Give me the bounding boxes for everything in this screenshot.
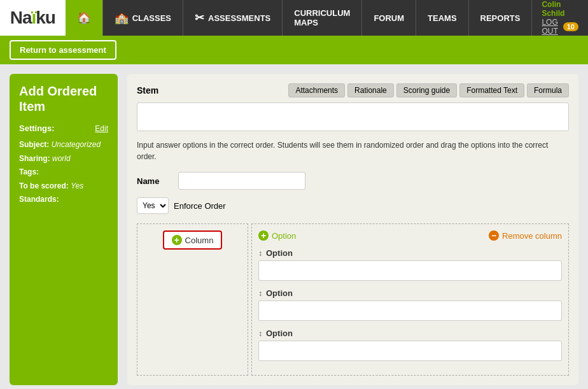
name-input[interactable] [178,172,305,190]
enforce-order-select[interactable]: Yes No [137,197,169,214]
tab-rationale[interactable]: Rationale [347,83,394,97]
plus-option-icon: + [258,230,269,241]
nav-items: 🏠 🏫 CLASSES ✂ ASSESSMENTS CURRICULUM MAP… [66,0,533,36]
standards-label: Standards: [19,195,59,204]
drag-handle-icon-2[interactable]: ↕ [258,289,262,298]
nav-item-curriculum-maps[interactable]: CURRICULUM MAPS [283,0,362,36]
classes-icon: 🏫 [115,11,129,25]
stem-tabs: Attachments Rationale Scoring guide Form… [288,83,569,97]
assessments-icon: ✂ [195,11,204,25]
sharing-value: world [52,154,71,163]
tab-attachments[interactable]: Attachments [288,83,345,97]
settings-label: Settings: [19,124,55,133]
logout-button[interactable]: LOG OUT [542,18,557,36]
content-area: Stem Attachments Rationale Scoring guide… [127,74,578,385]
option-block-3: ↕ Option [258,329,562,361]
tab-formula[interactable]: Formula [527,83,569,97]
main-layout: Add Ordered Item Settings: Edit Subject:… [0,64,588,389]
add-option-label: Option [272,231,296,241]
nav-item-home[interactable]: 🏠 [66,0,103,36]
scored-label: To be scored: [19,181,69,190]
logo[interactable]: Naïku [0,0,66,36]
instructions-text: Input answer options in the correct orde… [137,139,569,162]
option-label-3: Option [266,329,293,338]
sharing-label: Sharing: [19,154,50,163]
subject-value: Uncategorized [52,140,101,149]
enforce-order-row: Yes No Enforce Order [137,197,569,214]
sidebar-info: Subject: Uncategorized Sharing: world Ta… [19,138,108,207]
add-column-label: Column [185,236,214,245]
scored-value: Yes [71,181,83,190]
minus-icon: − [489,230,499,241]
user-name: Colin Schild [542,0,578,18]
stem-label: Stem [137,85,162,95]
remove-column-label: Remove column [502,231,562,241]
nav-label-classes: CLASSES [132,13,171,23]
tab-formatted-text[interactable]: Formatted Text [459,83,524,97]
left-column: + Column [137,223,248,376]
sidebar: Add Ordered Item Settings: Edit Subject:… [10,74,118,385]
option-block-2: ↕ Option [258,288,562,321]
plus-icon: + [172,235,182,245]
add-option-row: + Option − Remove column [258,230,562,241]
notification-badge[interactable]: 10 [563,22,578,31]
option-input-3[interactable] [258,341,562,361]
enforce-order-label: Enforce Order [174,201,226,211]
option-label-2: Option [266,288,293,298]
nav-label-assessments: ASSESSMENTS [208,13,270,23]
nav-label-curriculum-maps: CURRICULUM MAPS [294,8,350,27]
option-input-2[interactable] [258,301,562,321]
tags-label: Tags: [19,167,39,176]
name-row: Name [137,172,569,190]
right-column: + Option − Remove column ↕ Option [251,223,569,376]
nav-item-assessments[interactable]: ✂ ASSESSMENTS [183,0,283,36]
return-to-assessment-button[interactable]: Return to assessment [10,40,116,60]
name-label: Name [137,176,169,186]
columns-area: + Column + Option − Remove column [137,223,569,376]
top-nav: Naïku 🏠 🏫 CLASSES ✂ ASSESSMENTS CURRICUL… [0,0,588,36]
add-option-button[interactable]: + Option [258,230,296,241]
drag-handle-icon-3[interactable]: ↕ [258,329,262,338]
remove-column-button[interactable]: − Remove column [489,230,562,241]
option-input-1[interactable] [258,260,562,281]
home-icon: 🏠 [77,11,91,25]
nav-item-classes[interactable]: 🏫 CLASSES [103,0,183,36]
option-block-1: ↕ Option [258,248,562,281]
stem-header: Stem Attachments Rationale Scoring guide… [137,83,569,97]
nav-label-reports: REPORTS [480,13,521,23]
nav-label-teams: TEAMS [428,13,457,23]
nav-item-forum[interactable]: FORUM [362,0,416,36]
nav-item-reports[interactable]: REPORTS [469,0,533,36]
tab-scoring-guide[interactable]: Scoring guide [396,83,457,97]
option-label-1: Option [266,248,293,258]
add-column-button[interactable]: + Column [163,230,223,250]
nav-label-forum: FORUM [374,13,404,23]
stem-input[interactable] [137,103,569,131]
subject-label: Subject: [19,140,49,149]
sidebar-title: Add Ordered Item [19,83,108,114]
edit-link[interactable]: Edit [95,124,108,133]
user-area: Colin Schild LOG OUT 10 [532,0,588,36]
drag-handle-icon-1[interactable]: ↕ [258,249,262,258]
nav-item-teams[interactable]: TEAMS [416,0,469,36]
